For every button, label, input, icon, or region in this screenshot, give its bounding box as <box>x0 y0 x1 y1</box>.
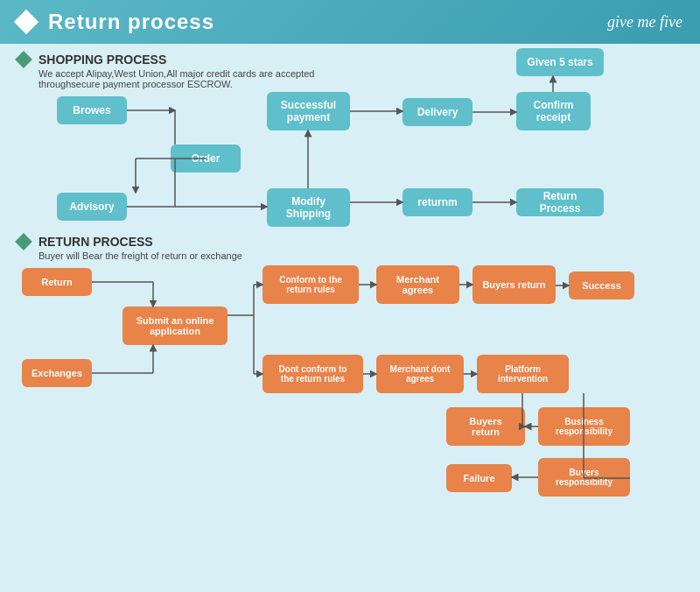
return-section-header: RETURN PROCESS <box>18 235 153 249</box>
buyers-return1-box: Buyers return <box>472 265 556 304</box>
submit-online-box: Submit an online application <box>122 307 228 345</box>
business-responsibility-box: Business responsibility <box>538 407 630 446</box>
return-diamond-icon <box>15 233 32 250</box>
exchanges-box: Exchanges <box>22 359 92 387</box>
return-process-box: Return Process <box>516 188 604 216</box>
shopping-diamond-icon <box>15 51 32 68</box>
returnm-box: returnm <box>402 188 472 216</box>
given-5-stars-box: Given 5 stars <box>516 48 604 76</box>
dont-conform-rules-box: Dont conform to the return rules <box>262 355 363 393</box>
confirm-receipt-box: Confirm receipt <box>516 92 591 130</box>
shopping-section-header: SHOPPING PROCESS <box>18 53 166 67</box>
content-area: SHOPPING PROCESS We accept Alipay,West U… <box>0 44 700 592</box>
return-title: RETURN PROCESS <box>38 235 153 249</box>
arrows-overlay <box>0 44 700 592</box>
shopping-title: SHOPPING PROCESS <box>38 53 166 67</box>
advisory-box: Advisory <box>57 193 127 221</box>
merchant-dont-agrees-box: Merchant dont agrees <box>376 355 464 393</box>
browes-box: Browes <box>57 96 127 124</box>
shopping-subtitle: We accept Alipay,West Union,All major cr… <box>38 68 371 89</box>
return-box: Return <box>22 268 92 296</box>
return-subtitle: Buyer will Bear the freight of return or… <box>38 250 242 261</box>
buyers-responsibility-box: Buyers responsibility <box>538 458 630 497</box>
buyers-return2-box: Buyers return <box>446 407 525 446</box>
merchant-agrees-box: Merchant agrees <box>376 265 459 304</box>
failure-box: Failure <box>446 464 512 492</box>
successful-payment-box: Successful payment <box>267 92 350 130</box>
brand-label: give me five <box>607 13 682 32</box>
page-title: Return process <box>48 10 214 34</box>
modify-shipping-box: Modify Shipping <box>267 188 350 227</box>
conform-rules-box: Conform to the return rules <box>262 265 359 304</box>
success-box: Success <box>569 271 634 300</box>
delivery-box: Delivery <box>402 98 472 126</box>
platform-intervention-box: Platform intervention <box>477 355 569 393</box>
header-diamond-icon <box>14 10 38 34</box>
order-box: Order <box>171 144 241 173</box>
header: Return process give me five <box>0 0 700 44</box>
